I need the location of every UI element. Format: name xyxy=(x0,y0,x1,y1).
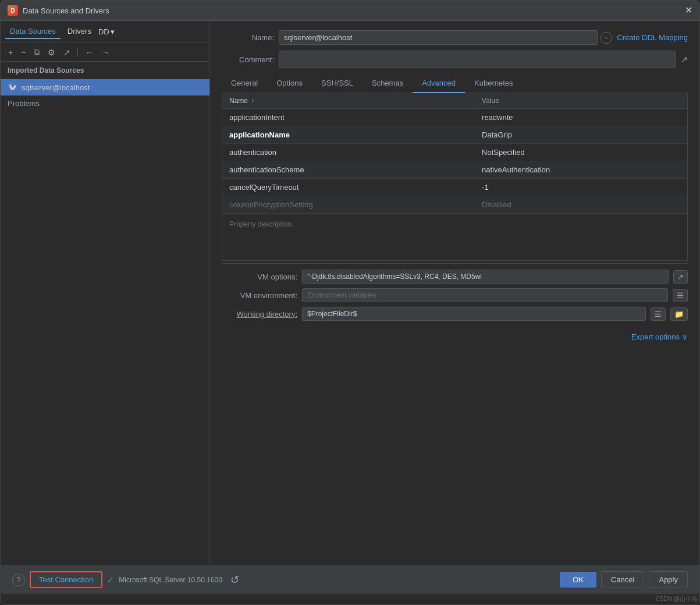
left-toolbar: + − ⧉ ⚙ ↗ ← → xyxy=(1,43,209,62)
right-panel: Name: ○ Create DDL Mapping Comment: ↗ Ge… xyxy=(210,21,699,565)
name-row: Name: ○ Create DDL Mapping xyxy=(222,30,688,45)
col-name-header[interactable]: Name ↑ xyxy=(222,93,475,109)
section-header: Imported Data Sources xyxy=(1,62,209,79)
settings-button[interactable]: ⚙ xyxy=(45,46,58,59)
connection-check-icon: ✓ xyxy=(107,575,114,585)
expert-options-link[interactable]: Expert options ∨ xyxy=(631,332,688,341)
remove-button[interactable]: − xyxy=(18,46,29,59)
working-dir-expand-button[interactable]: ☰ xyxy=(651,307,666,321)
chevron-down-icon: ▾ xyxy=(111,27,115,36)
vm-environment-row: VM environment: ☰ xyxy=(222,288,688,302)
create-ddl-link[interactable]: Create DDL Mapping xyxy=(617,33,688,42)
export-button[interactable]: ↗ xyxy=(61,46,73,59)
source-icon-sqlserver: 🐿 xyxy=(8,83,17,92)
dialog-window: D Data Sources and Drivers ✕ Data Source… xyxy=(0,0,700,605)
app-icon: D xyxy=(8,5,18,16)
working-dir-folder-button[interactable]: 📁 xyxy=(670,307,688,321)
bottom-left: ? Test Connection ✓ Microsoft SQL Server… xyxy=(12,571,243,588)
back-button[interactable]: ← xyxy=(82,46,96,59)
table-wrapper: Name ↑ Value applicationIntentreadwritea… xyxy=(222,93,688,214)
table-header-row: Name ↑ Value xyxy=(222,93,687,109)
vm-environment-expand-button[interactable]: ☰ xyxy=(673,289,688,302)
table-row[interactable]: cancelQueryTimeout-1 xyxy=(222,179,687,196)
tab-advanced[interactable]: Advanced xyxy=(413,74,465,93)
properties-table: Name ↑ Value applicationIntentreadwritea… xyxy=(222,93,687,214)
name-circle-button[interactable]: ○ xyxy=(600,32,612,44)
test-connection-button[interactable]: Test Connection xyxy=(30,571,102,588)
expert-options-row: Expert options ∨ xyxy=(222,330,688,344)
main-content: Data Sources Drivers DD ▾ + − ⧉ ⚙ ↗ ← → xyxy=(1,21,699,565)
add-button[interactable]: + xyxy=(5,46,16,59)
name-label: Name: xyxy=(222,33,274,42)
left-panel: Data Sources Drivers DD ▾ + − ⧉ ⚙ ↗ ← → xyxy=(1,21,210,565)
chevron-down-icon: ∨ xyxy=(682,332,688,341)
title-bar: D Data Sources and Drivers ✕ xyxy=(1,1,699,21)
toolbar-separator xyxy=(77,48,78,57)
vm-section: VM options: ↗ VM environment: ☰ Working … xyxy=(222,263,688,330)
tab-drivers[interactable]: Drivers xyxy=(63,24,96,39)
tab-dd-dropdown[interactable]: DD ▾ xyxy=(98,27,115,36)
property-description: Property description. xyxy=(222,214,688,261)
apply-button[interactable]: Apply xyxy=(649,571,688,588)
vm-options-expand-button[interactable]: ↗ xyxy=(673,270,688,284)
comment-row: Comment: ↗ xyxy=(222,51,688,68)
vm-options-label: VM options: xyxy=(222,273,297,281)
sort-arrow-icon: ↑ xyxy=(251,98,254,104)
help-button[interactable]: ? xyxy=(12,574,25,586)
comment-input[interactable] xyxy=(279,51,676,68)
tab-kubernetes[interactable]: Kubernetes xyxy=(465,74,523,93)
tabs-bar: General Options SSH/SSL Schemas Advanced… xyxy=(222,74,688,93)
table-row[interactable]: authenticationSchemenativeAuthentication xyxy=(222,161,687,179)
close-button[interactable]: ✕ xyxy=(685,6,692,15)
vm-environment-input[interactable] xyxy=(302,288,668,302)
table-row[interactable]: applicationIntentreadwrite xyxy=(222,109,687,126)
name-input-row: ○ xyxy=(279,30,612,45)
tab-options[interactable]: Options xyxy=(267,74,312,93)
table-row[interactable]: columnEncryptionSettingDisabled xyxy=(222,196,687,214)
undo-button[interactable]: ↺ xyxy=(227,574,243,586)
working-directory-input[interactable] xyxy=(302,307,646,321)
tab-data-sources[interactable]: Data Sources xyxy=(5,24,61,39)
tab-general[interactable]: General xyxy=(222,74,267,93)
bottom-bar: ? Test Connection ✓ Microsoft SQL Server… xyxy=(1,565,699,594)
vm-options-row: VM options: ↗ xyxy=(222,270,688,284)
cancel-button[interactable]: Cancel xyxy=(601,571,644,588)
vm-options-input[interactable] xyxy=(302,270,669,284)
forward-button[interactable]: → xyxy=(98,46,112,59)
connection-status: Microsoft SQL Server 10.50.1600 xyxy=(119,576,222,584)
col-value-header[interactable]: Value xyxy=(475,93,687,109)
problems-item[interactable]: Problems xyxy=(1,95,209,111)
title-bar-left: D Data Sources and Drivers xyxy=(8,5,109,16)
working-directory-row: Working directory: ☰ 📁 xyxy=(222,307,688,321)
tab-ssh-ssl[interactable]: SSH/SSL xyxy=(312,74,363,93)
table-row[interactable]: applicationNameDataGrip xyxy=(222,126,687,144)
source-item-sqlserver[interactable]: 🐿 sqlserver@localhost xyxy=(1,79,209,95)
expand-comment-button[interactable]: ↗ xyxy=(681,55,688,64)
bottom-right: OK Cancel Apply xyxy=(560,571,688,588)
name-input[interactable] xyxy=(279,30,598,45)
vm-environment-label: VM environment: xyxy=(222,291,297,300)
ok-button[interactable]: OK xyxy=(560,572,596,588)
tab-schemas[interactable]: Schemas xyxy=(363,74,413,93)
table-row[interactable]: authenticationNotSpecified xyxy=(222,144,687,161)
watermark: CSDN @山小鸟 xyxy=(1,594,699,604)
dialog-title: Data Sources and Drivers xyxy=(23,6,109,15)
comment-label: Comment: xyxy=(222,55,274,64)
left-tabs: Data Sources Drivers DD ▾ xyxy=(1,21,209,43)
copy-button[interactable]: ⧉ xyxy=(31,45,42,59)
working-directory-label: Working directory: xyxy=(222,310,297,319)
